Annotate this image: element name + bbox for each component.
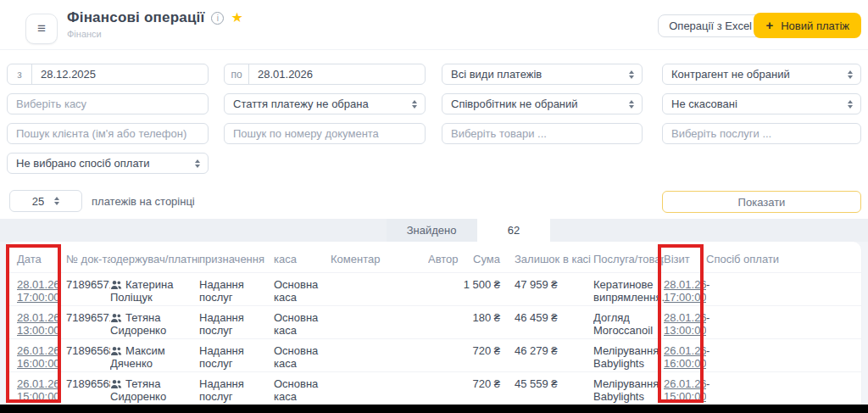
cell-balance: 45 559 ₴ [506, 371, 593, 405]
client-search-input[interactable]: Пошук клієнта (ім'я або телефон) [7, 123, 209, 144]
cell-service: Догляд Moroccanoil [593, 305, 664, 338]
people-icon [110, 280, 122, 290]
found-band: Знайдено 62 [0, 219, 868, 242]
date-to-input[interactable]: по 28.01.2026 [224, 64, 426, 85]
cell-payment-method: - [706, 338, 861, 371]
col-header-doc-number: № док-та [66, 242, 110, 272]
cell-doc-number: 718965686 [66, 338, 110, 371]
cell-purpose: Надання послуг [199, 272, 274, 305]
cell-cashbox: Основна каса [274, 338, 331, 371]
cell-payment-method: - [706, 305, 861, 338]
cell-purpose: Надання послуг [199, 371, 274, 405]
cell-payment-method: - [706, 371, 861, 405]
cell-purpose: Надання послуг [199, 305, 274, 338]
cell-cashbox: Основна каса [274, 272, 331, 305]
date-from-input[interactable]: з 28.12.2025 [7, 64, 209, 85]
cell-client: Максим Дяченко [110, 338, 199, 371]
cell-service: Кератинове випрямлення... [593, 272, 664, 305]
people-icon [110, 379, 122, 389]
counterparty-select[interactable]: Контрагент не обраний [662, 64, 861, 85]
per-page-select[interactable]: 25 [9, 190, 82, 212]
cell-service: Мелірування Babylights [593, 371, 664, 405]
table-header-row: Дата № док-та одержувач/платник призначе… [7, 242, 861, 272]
page-header: Фінансові операції i ★ Фінанси [67, 9, 243, 39]
select-arrows-icon [195, 159, 200, 168]
payments-table-card: Дата № док-та одержувач/платник призначе… [7, 242, 861, 405]
cell-date: 26.01.26 16:00:00 [7, 338, 66, 371]
cell-visit: 28.01.26 17:00:00 [664, 272, 706, 305]
cell-comment [331, 338, 428, 371]
new-payment-button[interactable]: + Новий платіж [754, 13, 861, 38]
found-count: 62 [478, 219, 550, 242]
visit-link[interactable]: 26.01.26 15:00:00 [664, 377, 706, 403]
cell-comment [331, 272, 428, 305]
visit-link[interactable]: 28.01.26 17:00:00 [664, 278, 706, 304]
cell-date: 26.01.26 15:00:00 [7, 371, 66, 405]
cell-author [428, 371, 462, 405]
per-page-label: платежів на сторінці [92, 195, 195, 208]
cell-client: Тетяна Сидоренко [110, 371, 199, 405]
found-label: Знайдено [387, 219, 478, 242]
cell-cashbox: Основна каса [274, 371, 331, 405]
employee-select[interactable]: Співробітник не обраний [442, 93, 643, 114]
services-select-input[interactable]: Виберіть послуги ... [662, 123, 861, 144]
cell-amount: 720 ₴ [462, 338, 506, 371]
cell-balance: 47 959 ₴ [506, 272, 593, 305]
people-icon [110, 346, 122, 356]
table-row: 26.01.26 15:00:00 718965685 Тетяна Сидор… [7, 371, 861, 405]
date-from-prefix: з [8, 64, 32, 84]
date-link[interactable]: 26.01.26 16:00:00 [17, 344, 60, 370]
select-arrows-icon [629, 100, 634, 109]
bottom-black-bar [0, 405, 868, 413]
col-header-comment: Коментар [331, 242, 428, 272]
cashbox-input[interactable]: Виберіть касу [7, 93, 209, 114]
cell-service: Мелірування Babylights [593, 338, 664, 371]
cell-cashbox: Основна каса [274, 305, 331, 338]
cell-author [428, 272, 462, 305]
table-row: 26.01.26 16:00:00 718965686 Максим Дячен… [7, 338, 861, 371]
breadcrumb: Фінанси [67, 29, 243, 39]
table-row: 28.01.26 17:00:00 718965716 Катерина Пол… [7, 272, 861, 305]
cell-balance: 46 459 ₴ [506, 305, 593, 338]
goods-select-input[interactable]: Виберіть товари ... [442, 123, 643, 144]
date-to-prefix: по [225, 64, 249, 84]
payment-method-select[interactable]: Не вибрано спосіб оплати [7, 153, 209, 174]
select-arrows-icon [54, 197, 59, 205]
date-link[interactable]: 28.01.26 17:00:00 [17, 278, 60, 304]
select-arrows-icon [412, 100, 417, 109]
date-link[interactable]: 26.01.26 15:00:00 [17, 377, 60, 403]
page: ≡ Фінансові операції i ★ Фінанси Операці… [0, 0, 868, 413]
col-header-visit: Візит [664, 242, 706, 272]
payments-table: Дата № док-та одержувач/платник призначе… [7, 242, 861, 405]
cell-doc-number: 718965710 [66, 305, 110, 338]
cell-date: 28.01.26 17:00:00 [7, 272, 66, 305]
col-header-balance: Залишок в касі [506, 242, 593, 272]
payment-article-select[interactable]: Стаття платежу не обрана [224, 93, 426, 114]
cell-comment [331, 371, 428, 405]
menu-button[interactable]: ≡ [25, 14, 58, 44]
info-icon[interactable]: i [211, 12, 224, 25]
cell-doc-number: 718965716 [66, 272, 110, 305]
cell-comment [331, 305, 428, 338]
col-header-amount: Сума [462, 242, 506, 272]
people-icon [110, 313, 122, 323]
cell-payment-method: - [706, 272, 861, 305]
visit-link[interactable]: 26.01.26 16:00:00 [664, 344, 706, 370]
cell-amount: 1 500 ₴ [462, 272, 506, 305]
cell-author [428, 338, 462, 371]
payment-type-select[interactable]: Всі види платежів [442, 64, 643, 85]
date-link[interactable]: 28.01.26 13:00:00 [17, 311, 60, 337]
cancelled-select[interactable]: Не скасовані [662, 93, 861, 114]
cell-balance: 46 279 ₴ [506, 338, 593, 371]
select-arrows-icon [629, 70, 634, 79]
hamburger-icon: ≡ [37, 20, 46, 37]
document-search-input[interactable]: Пошук по номеру документа [224, 123, 426, 144]
cell-client: Катерина Поліщук [110, 272, 199, 305]
col-header-cashbox: каса [274, 242, 331, 272]
favorite-star-icon[interactable]: ★ [231, 11, 242, 25]
cell-author [428, 305, 462, 338]
visit-link[interactable]: 28.01.26 13:00:00 [664, 311, 706, 337]
col-header-payment-method: Спосіб оплати [706, 242, 861, 272]
show-button[interactable]: Показати [662, 191, 861, 213]
cell-visit: 28.01.26 13:00:00 [664, 305, 706, 338]
